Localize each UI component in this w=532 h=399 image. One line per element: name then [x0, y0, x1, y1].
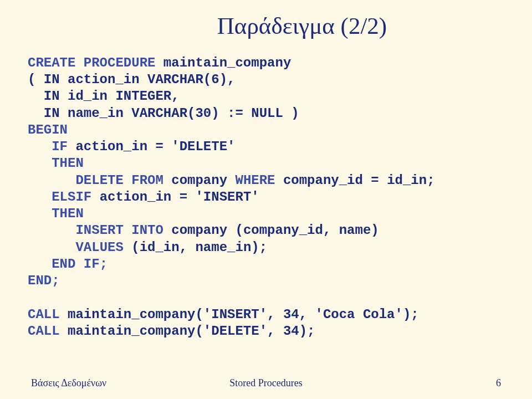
code-kw: THEN — [52, 156, 84, 171]
footer-left: Βάσεις Δεδομένων — [31, 377, 188, 389]
code-indent — [28, 240, 75, 255]
code-text: IN name_in VARCHAR(30) := NULL ) — [28, 106, 299, 121]
code-kw: END; — [28, 273, 60, 288]
code-text: action_in = 'INSERT' — [91, 190, 259, 204]
code-text: IN id_in INTEGER, — [28, 89, 180, 104]
code-indent — [28, 156, 52, 171]
code-kw: THEN — [52, 206, 84, 221]
code-indent — [28, 257, 52, 272]
code-kw: INSERT INTO — [75, 223, 163, 238]
code-kw: CREATE PROCEDURE — [28, 55, 155, 70]
code-text: company (company_id, name) — [163, 223, 379, 238]
footer-page-number: 6 — [344, 377, 501, 389]
code-text: maintain_company — [155, 55, 291, 70]
code-kw: DELETE FROM — [75, 173, 163, 188]
code-kw: IF — [52, 139, 68, 154]
slide: Παράδειγμα (2/2) CREATE PROCEDURE mainta… — [0, 0, 532, 399]
footer-center: Stored Procedures — [188, 377, 345, 389]
footer: Βάσεις Δεδομένων Stored Procedures 6 — [0, 377, 532, 389]
code-kw: CALL — [28, 307, 60, 322]
code-text: ( IN action_in VARCHAR(6), — [28, 72, 235, 87]
code-kw: ELSIF — [52, 190, 91, 204]
code-text: company — [163, 173, 236, 188]
code-kw: END IF; — [52, 257, 108, 272]
page-title: Παράδειγμα (2/2) — [100, 12, 504, 39]
code-text: (id_in, name_in); — [124, 240, 267, 255]
code-block: CREATE PROCEDURE maintain_company ( IN a… — [28, 55, 504, 340]
code-indent — [28, 190, 52, 204]
code-kw: BEGIN — [28, 122, 68, 137]
code-indent — [28, 223, 75, 238]
code-indent — [28, 139, 52, 154]
code-text: company_id = id_in; — [275, 173, 435, 188]
code-text: maintain_company('INSERT', 34, 'Coca Col… — [60, 307, 419, 322]
code-kw: VALUES — [75, 240, 123, 255]
code-kw: WHERE — [235, 173, 275, 188]
code-indent — [28, 173, 75, 188]
code-kw: CALL — [28, 324, 60, 339]
code-indent — [28, 206, 52, 221]
code-text: maintain_company('DELETE', 34); — [60, 324, 315, 339]
code-text: action_in = 'DELETE' — [68, 139, 235, 154]
